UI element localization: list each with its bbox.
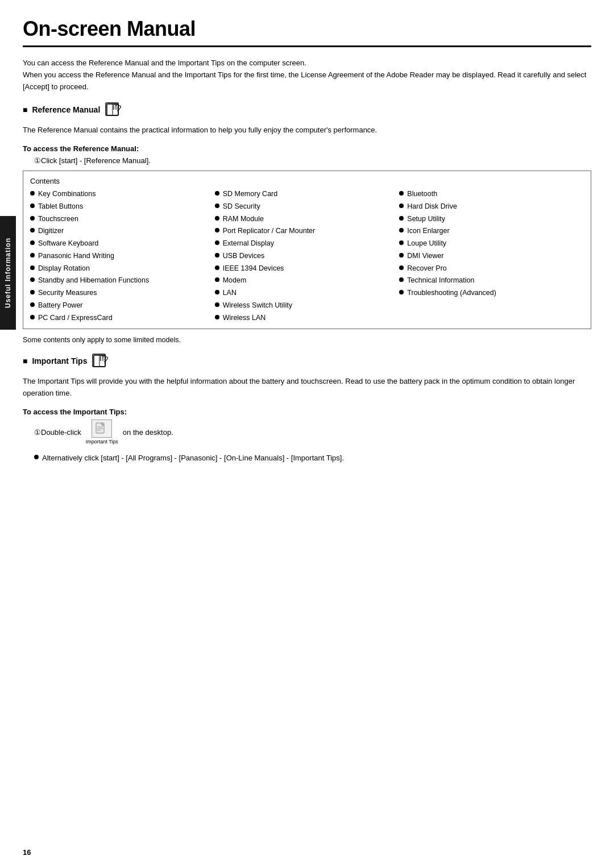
page-number: 16	[23, 848, 31, 857]
book-icon	[105, 102, 123, 118]
bullet-icon	[215, 216, 219, 221]
bullet-icon	[30, 191, 35, 196]
list-item: SD Security	[215, 201, 400, 212]
list-item-text: Troubleshooting (Advanced)	[407, 288, 496, 298]
important-tips-desc: The Important Tips will provide you with…	[23, 376, 591, 400]
book-icon-2	[92, 353, 110, 369]
list-item: Standby and Hibernation Functions	[30, 275, 215, 286]
list-item-text: Display Rotation	[38, 263, 90, 274]
intro-text: You can access the Reference Manual and …	[23, 57, 591, 93]
list-item-text: Bluetooth	[407, 189, 437, 200]
bullet-icon	[30, 240, 35, 245]
list-item-text: Icon Enlarger	[407, 226, 449, 236]
list-item-text: DMI Viewer	[407, 251, 443, 261]
list-item-text: Security Measures	[38, 288, 97, 298]
important-tips-section: Important Tips The Important Tips will p…	[23, 353, 591, 464]
bullet-icon	[215, 315, 219, 319]
bullet-icon	[399, 240, 404, 245]
list-item: LAN	[215, 288, 400, 298]
list-item: Recover Pro	[399, 263, 584, 274]
list-item-text: LAN	[223, 288, 237, 298]
list-item: Wireless LAN	[215, 313, 400, 323]
list-item: DMI Viewer	[399, 251, 584, 261]
bullet-icon	[215, 191, 219, 196]
list-item: USB Devices	[215, 251, 400, 261]
bullet-icon	[399, 191, 404, 196]
list-item-text: Setup Utility	[407, 214, 445, 225]
list-item: Bluetooth	[399, 189, 584, 200]
list-item-text: Loupe Utility	[407, 238, 446, 249]
bullet-icon	[215, 253, 219, 258]
bullet-icon	[30, 265, 35, 270]
list-item: Key Combinations	[30, 189, 215, 200]
bullet-icon	[399, 265, 404, 270]
list-item-text: Hard Disk Drive	[407, 201, 457, 212]
list-item: RAM Module	[215, 214, 400, 225]
list-item-text: Technical Information	[407, 275, 474, 286]
double-click-prefix: ①Double-click	[34, 428, 81, 437]
bullet-icon	[399, 203, 404, 208]
list-item-text: Standby and Hibernation Functions	[38, 275, 149, 286]
side-tab: Useful Information	[0, 216, 16, 330]
list-item: PC Card / ExpressCard	[30, 313, 215, 323]
access-ref-manual-heading: To access the Reference Manual:	[23, 144, 591, 153]
bullet-icon	[30, 290, 35, 294]
list-item: Icon Enlarger	[399, 226, 584, 236]
list-item: Loupe Utility	[399, 238, 584, 249]
list-item-text: USB Devices	[223, 251, 265, 261]
contents-col-3: BluetoothHard Disk DriveSetup UtilityIco…	[399, 189, 584, 323]
desktop-icon: Important Tips	[86, 420, 118, 445]
double-click-suffix: on the desktop.	[123, 428, 173, 437]
bullet-icon	[399, 290, 404, 294]
list-item-text: Wireless Switch Utility	[223, 300, 292, 311]
bullet-icon	[399, 216, 404, 221]
bullet-icon	[215, 265, 219, 270]
desktop-icon-image	[92, 420, 112, 438]
bullet-icon	[215, 277, 219, 282]
contents-col-1: Key CombinationsTablet ButtonsTouchscree…	[30, 189, 215, 323]
reference-manual-heading: Reference Manual	[23, 102, 591, 118]
list-item-text: SD Security	[223, 201, 260, 212]
page-title: On-screen Manual	[23, 17, 591, 41]
bullet-icon	[30, 203, 35, 208]
side-tab-label: Useful Information	[4, 238, 12, 308]
main-content: On-screen Manual You can access the Refe…	[23, 0, 591, 868]
list-item: Setup Utility	[399, 214, 584, 225]
important-tips-heading: Important Tips	[23, 353, 591, 369]
bullet-icon	[30, 228, 35, 232]
intro-line1: You can access the Reference Manual and …	[23, 59, 306, 67]
double-click-step: ①Double-click Important Tips	[34, 420, 591, 445]
list-item-text: Key Combinations	[38, 189, 96, 200]
alt-step: Alternatively click [start] - [All Progr…	[34, 452, 591, 464]
list-item: IEEE 1394 Devices	[215, 263, 400, 274]
title-section: On-screen Manual	[23, 17, 591, 47]
reference-manual-label: Reference Manual	[32, 105, 100, 114]
bullet-icon	[215, 290, 219, 294]
list-item: Technical Information	[399, 275, 584, 286]
bullet-icon	[30, 216, 35, 221]
list-item-text: Wireless LAN	[223, 313, 266, 323]
list-item-text: PC Card / ExpressCard	[38, 313, 113, 323]
list-item: Modem	[215, 275, 400, 286]
list-item-text: IEEE 1394 Devices	[223, 263, 284, 274]
alt-step-text: Alternatively click [start] - [All Progr…	[42, 452, 344, 464]
contents-note: Some contents only apply to some limited…	[23, 336, 591, 344]
bullet-icon	[215, 302, 219, 307]
bullet-icon	[215, 228, 219, 232]
list-item: SD Memory Card	[215, 189, 400, 200]
reference-manual-desc: The Reference Manual contains the practi…	[23, 124, 591, 136]
list-item-text: Tablet Buttons	[38, 201, 83, 212]
bullet-icon	[34, 455, 39, 459]
bullet-icon	[30, 277, 35, 282]
contents-col-2: SD Memory CardSD SecurityRAM ModulePort …	[215, 189, 400, 323]
contents-label: Contents	[30, 177, 584, 185]
list-item: Port Replicator / Car Mounter	[215, 226, 400, 236]
list-item-text: External Display	[223, 238, 274, 249]
desktop-icon-label: Important Tips	[86, 439, 118, 445]
access-ref-manual-step: ①Click [start] - [Reference Manual].	[34, 156, 591, 165]
list-item: Software Keyboard	[30, 238, 215, 249]
list-item: Battery Power	[30, 300, 215, 311]
list-item: Display Rotation	[30, 263, 215, 274]
contents-table: Contents Key CombinationsTablet ButtonsT…	[23, 171, 591, 329]
bullet-icon	[30, 302, 35, 307]
